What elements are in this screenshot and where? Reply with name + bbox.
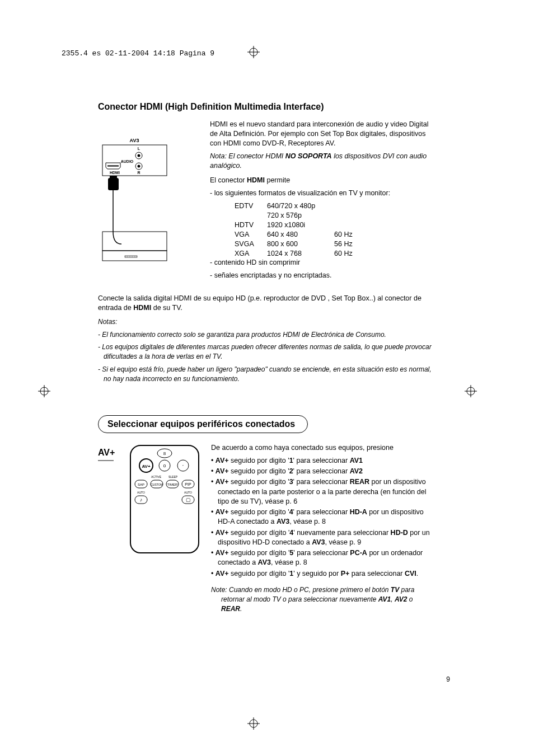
registration-mark-icon — [465, 385, 477, 397]
svg-text:SAP: SAP — [138, 483, 144, 486]
hdmi-bullet3: - señales encriptadas y no encriptadas. — [210, 271, 434, 280]
hdmi-bullet2: - contenido HD sin comprimir — [210, 258, 434, 267]
svg-text:PIP: PIP — [185, 482, 191, 486]
diagram-hdmi-label: HDMI — [110, 171, 120, 175]
svg-rect-19 — [108, 178, 119, 190]
diagram-audio-label: AUDIO — [121, 159, 134, 163]
hdmi-dvi-note: Nota: El conector HDMI NO SOPORTA los di… — [210, 152, 434, 171]
section1-title: Conector HDMI (High Definition Multimedi… — [98, 102, 434, 112]
table-row: SVGA800 x 60056 Hz — [235, 240, 434, 249]
svg-text:ACTIVE: ACTIVE — [151, 475, 162, 478]
table-row: HDTV1920 x1080i — [235, 220, 434, 230]
svg-text:SLEEP: SLEEP — [168, 475, 178, 478]
svg-text:TIMER: TIMER — [167, 483, 178, 486]
note-3: - Si el equipo está frío, puede haber un… — [98, 365, 434, 384]
hdmi-permite: El conector HDMI permite — [210, 176, 434, 185]
remote-diagram: 8 AV+ 0 · ACTIVE SLEEP SAP CUSTOM TIMER … — [128, 443, 201, 555]
svg-text:0: 0 — [163, 463, 166, 468]
hdmi-formats-intro: - los siguientes formatos de visualizaci… — [210, 189, 434, 198]
hdmi-intro: HDMI es el nuevo standard para intercone… — [210, 120, 434, 148]
svg-text:AUTO: AUTO — [137, 491, 145, 494]
section2-intro: De acuerdo a como haya conectado sus equ… — [211, 443, 434, 453]
registration-mark-icon — [38, 385, 50, 397]
svg-rect-18 — [110, 176, 117, 178]
section2-note: Note: Cuando en modo HD o PC, presione p… — [211, 585, 434, 613]
registration-mark-icon — [247, 46, 260, 58]
svg-text:▢: ▢ — [186, 497, 191, 503]
hdmi-connect-text: Conecte la salida digital HDMI de su equ… — [98, 294, 434, 313]
list-item: AV+ seguido por digito '4' para seleccio… — [211, 508, 434, 527]
hdmi-connector-diagram: AV3 L AUDIO R HDMI — [98, 120, 199, 254]
page-number: 9 — [446, 675, 450, 683]
table-row: EDTV640/720 x 480p — [235, 201, 434, 211]
avplus-callout: AV+ — [98, 448, 118, 622]
svg-text:AV+: AV+ — [142, 464, 151, 469]
svg-point-16 — [138, 165, 140, 168]
svg-text:♪: ♪ — [140, 497, 143, 503]
hdmi-formats-table: EDTV640/720 x 480p 720 x 576p HDTV1920 x… — [235, 201, 434, 258]
list-item: AV+ seguido por digito '2' para seleccio… — [211, 467, 434, 476]
registration-mark-icon — [247, 717, 260, 730]
avplus-list: AV+ seguido por digito '1' para seleccio… — [211, 456, 434, 579]
svg-rect-20 — [102, 232, 167, 251]
svg-text:8: 8 — [163, 451, 166, 456]
list-item: AV+ seguido por dígito '5' para seleccio… — [211, 548, 434, 568]
table-row: XGA1024 x 76860 Hz — [235, 249, 434, 259]
note-1: - El funcionamiento correcto solo se gar… — [98, 330, 434, 340]
table-row: VGA640 x 48060 Hz — [235, 230, 434, 240]
svg-text:·: · — [182, 462, 184, 468]
note-2: - Los equipos digitales de diferentes ma… — [98, 342, 434, 361]
list-item: AV+ seguido por dígito '1' y seguido por… — [211, 569, 434, 579]
list-item: AV+ seguido por dígito '4' nuevamente pa… — [211, 528, 434, 548]
diagram-av3-label: AV3 — [130, 138, 139, 143]
list-item: AV+ seguido por digito '1' para seleccio… — [211, 456, 434, 466]
print-header: 2355.4 es 02-11-2004 14:18 Pagina 9 — [62, 49, 214, 58]
diagram-r-label: R — [137, 171, 140, 175]
notes-title: Notas: — [98, 317, 434, 327]
svg-text:CUSTOM: CUSTOM — [151, 483, 163, 486]
list-item: AV+ seguido por digito '3' para seleccio… — [211, 477, 434, 506]
svg-point-14 — [138, 154, 140, 157]
svg-text:AUTO: AUTO — [184, 491, 192, 494]
section2-title: Seleccionar equipos periféricos conectad… — [98, 415, 308, 433]
diagram-l-label: L — [138, 147, 140, 151]
table-row: 720 x 576p — [235, 211, 434, 220]
